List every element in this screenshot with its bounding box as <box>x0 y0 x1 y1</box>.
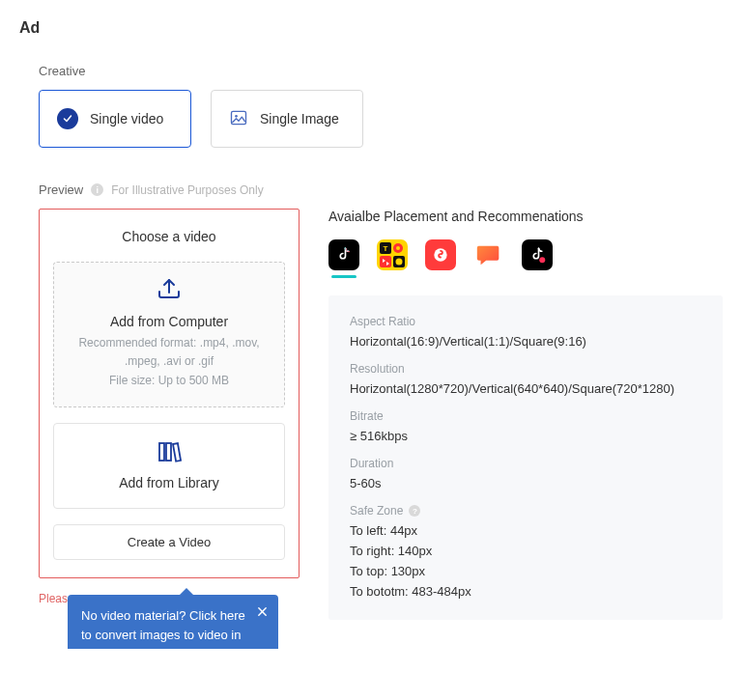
svg-point-11 <box>396 259 403 266</box>
placement-icon-tiktok-alt[interactable] <box>522 239 553 270</box>
svg-point-1 <box>235 115 238 118</box>
bitrate-value: ≥ 516kbps <box>350 429 701 443</box>
add-from-computer-button[interactable]: Add from Computer Recommended format: .m… <box>53 262 285 407</box>
upload-hint-line1: Recommended format: .mp4, .mov, <box>68 335 271 351</box>
creative-option-single-video[interactable]: Single video <box>39 90 191 148</box>
placements-title: Avaialbe Placement and Recommenations <box>328 209 723 224</box>
create-video-label: Create a Video <box>128 535 212 549</box>
close-icon[interactable] <box>253 602 271 620</box>
creative-option-single-image[interactable]: Single Image <box>211 90 363 148</box>
svg-rect-3 <box>166 443 171 461</box>
duration-value: 5-60s <box>350 476 701 490</box>
svg-rect-4 <box>173 443 181 462</box>
placement-icons-row: T <box>328 239 723 270</box>
upload-hint-line2: .mpeg, .avi or .gif <box>68 353 271 370</box>
svg-rect-0 <box>232 111 246 124</box>
placement-icon-topbuzz[interactable]: T <box>377 239 408 270</box>
page-title: Ad <box>19 19 723 37</box>
check-icon <box>57 108 78 129</box>
placement-icon-chat[interactable] <box>473 239 504 270</box>
resolution-value: Horizontal(1280*720)/Vertical(640*640)/S… <box>350 381 701 396</box>
specs-panel: Aspect Ratio Horizontal(16:9)/Vertical(1… <box>328 295 723 620</box>
create-video-tooltip: No video material? Click here to convert… <box>68 595 278 649</box>
add-from-library-label: Add from Library <box>66 475 272 490</box>
safezone-top: To top: 130px <box>350 564 701 578</box>
preview-hint: For Illustrative Purposes Only <box>111 183 263 197</box>
safezone-right: To right: 140px <box>350 544 701 558</box>
safezone-bottom: To bototm: 483-484px <box>350 584 701 599</box>
info-icon: i <box>91 183 103 196</box>
svg-text:T: T <box>384 244 388 253</box>
upload-icon <box>68 276 271 304</box>
upload-hint-line3: File size: Up to 500 MB <box>68 373 271 389</box>
duration-label: Duration <box>350 457 701 470</box>
creative-option-label: Single Image <box>260 111 339 126</box>
info-icon: ? <box>409 505 420 517</box>
safezone-label: Safe Zone ? <box>350 504 701 518</box>
bitrate-label: Bitrate <box>350 409 701 423</box>
creative-options: Single video Single Image <box>19 90 723 148</box>
svg-point-8 <box>396 246 400 250</box>
creative-option-label: Single video <box>90 111 163 126</box>
resolution-label: Resolution <box>350 362 701 376</box>
svg-rect-9 <box>380 256 391 267</box>
svg-rect-2 <box>159 443 164 461</box>
tooltip-text: No video material? Click here to convert… <box>81 608 245 649</box>
placement-icon-tiktok[interactable] <box>328 239 359 270</box>
preview-box: Choose a video Add from Computer Recomme… <box>39 209 300 578</box>
create-video-button[interactable]: Create a Video <box>53 524 285 560</box>
library-icon <box>66 441 272 465</box>
creative-section-label: Creative <box>19 64 723 78</box>
aspect-ratio-label: Aspect Ratio <box>350 315 701 328</box>
svg-point-13 <box>539 257 545 263</box>
safezone-left: To left: 44px <box>350 523 701 538</box>
add-from-library-button[interactable]: Add from Library <box>53 423 285 509</box>
add-from-computer-label: Add from Computer <box>68 314 271 329</box>
preview-header: Preview i For Illustrative Purposes Only <box>19 182 723 197</box>
placement-icon-helo[interactable] <box>425 239 456 270</box>
image-icon <box>229 108 248 130</box>
preview-label: Preview <box>39 182 83 197</box>
aspect-ratio-value: Horizontal(16:9)/Vertical(1:1)/Square(9:… <box>350 334 701 349</box>
choose-a-video-title: Choose a video <box>53 229 285 244</box>
